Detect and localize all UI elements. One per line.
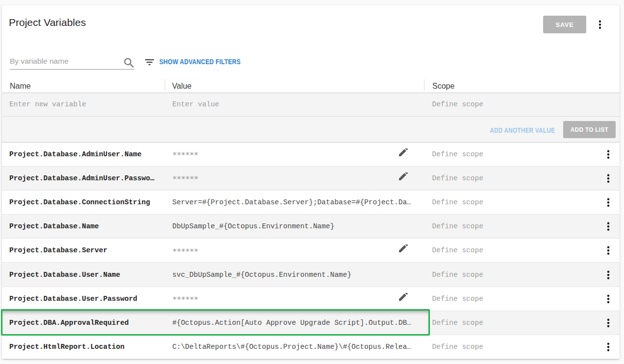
edit-value-button[interactable] — [398, 244, 409, 254]
row-menu-button[interactable] — [602, 269, 614, 281]
row-menu-button[interactable] — [602, 172, 614, 184]
column-header-name: Name — [10, 82, 31, 91]
kebab-menu-icon — [594, 19, 606, 30]
add-another-value-button[interactable]: ADD ANOTHER VALUE — [490, 126, 555, 134]
show-advanced-filters-label: SHOW ADVANCED FILTERS — [159, 58, 241, 66]
project-variables-card: Project Variables SAVE SHOW ADVANCED FIL… — [2, 5, 620, 359]
kebab-menu-icon — [602, 196, 614, 208]
variable-scope[interactable]: Define scope — [424, 271, 602, 279]
edit-value-button[interactable] — [398, 148, 409, 158]
variable-row[interactable]: Project.Database.Server ****** Define sc… — [2, 239, 620, 263]
variable-row[interactable]: Project.HtmlReport.Location C:\DeltaRepo… — [2, 335, 620, 359]
variable-row[interactable]: Project.Database.User.Name svc_DbUpSampl… — [2, 263, 620, 287]
variable-value: #{Octopus.Action[Auto Approve Upgrade Sc… — [173, 319, 424, 327]
new-variable-actions-row: ADD ANOTHER VALUE ADD TO LIST — [2, 117, 620, 143]
kebab-menu-icon — [602, 172, 614, 184]
kebab-menu-icon — [602, 148, 614, 160]
variable-scope[interactable]: Define scope — [424, 174, 602, 182]
kebab-menu-icon — [602, 244, 614, 256]
kebab-menu-icon — [602, 220, 614, 232]
pencil-icon — [398, 148, 409, 158]
row-menu-button[interactable] — [602, 317, 614, 329]
page-title: Project Variables — [9, 17, 86, 28]
overflow-menu-button[interactable] — [594, 19, 606, 30]
variable-name: Project.Database.AdminUser.Name — [2, 150, 165, 158]
variable-row[interactable]: Project.Database.User.Password ****** De… — [2, 287, 620, 311]
variable-value: DbUpSample_#{Octopus.Environment.Name} — [173, 222, 424, 230]
pencil-icon — [398, 293, 409, 302]
new-variable-scope-input[interactable]: Define scope — [424, 100, 620, 108]
variable-name: Project.HtmlReport.Location — [2, 343, 165, 351]
variable-row[interactable]: Project.DBA.ApprovalRequired #{Octopus.A… — [2, 311, 620, 335]
new-variable-value-input[interactable]: Enter value — [173, 100, 424, 108]
variable-row[interactable]: Project.Database.Name DbUpSample_#{Octop… — [2, 215, 620, 239]
column-divider — [165, 79, 165, 91]
variable-name: Project.Database.Server — [2, 246, 165, 254]
kebab-menu-icon — [602, 293, 614, 305]
variable-name: Project.Database.User.Name — [2, 271, 165, 279]
edit-value-button[interactable] — [398, 172, 409, 182]
row-menu-button[interactable] — [602, 220, 614, 232]
variable-name: Project.Database.User.Password — [2, 295, 165, 303]
variable-value: C:\DeltaReports\#{Octopus.Project.Name}\… — [173, 343, 424, 351]
variable-value: ****** — [173, 150, 398, 160]
variable-scope[interactable]: Define scope — [424, 198, 602, 206]
variable-value: ****** — [173, 247, 398, 256]
new-variable-name-input[interactable]: Enter new variable — [2, 100, 165, 108]
column-header-value: Value — [172, 82, 192, 91]
pencil-icon — [398, 172, 409, 182]
row-menu-button[interactable] — [602, 293, 614, 305]
variable-row[interactable]: Project.Database.ConnectionString Server… — [2, 191, 620, 215]
variable-row[interactable]: Project.Database.AdminUser.Name ****** D… — [2, 143, 620, 167]
table-header: Name Value Scope — [2, 76, 620, 93]
variable-value: ****** — [173, 295, 398, 304]
variable-row[interactable]: Project.Database.AdminUser.Passwo… *****… — [2, 167, 620, 191]
column-header-scope: Scope — [432, 82, 454, 91]
kebab-menu-icon — [602, 341, 614, 353]
kebab-menu-icon — [602, 269, 614, 281]
variable-value: ****** — [173, 174, 398, 184]
variable-value: Server=#{Project.Database.Server};Databa… — [173, 198, 424, 206]
variable-scope[interactable]: Define scope — [424, 222, 602, 230]
variable-scope[interactable]: Define scope — [424, 246, 602, 254]
variable-scope[interactable]: Define scope — [424, 343, 602, 351]
save-button[interactable]: SAVE — [543, 16, 586, 33]
row-menu-button[interactable] — [602, 196, 614, 208]
variable-name: Project.Database.AdminUser.Passwo… — [2, 174, 165, 182]
variable-name: Project.DBA.ApprovalRequired — [2, 319, 165, 327]
search-icon — [123, 56, 136, 70]
column-divider — [424, 79, 424, 91]
row-menu-button[interactable] — [602, 244, 614, 256]
variable-rows: Enter new variable Enter value Define sc… — [2, 93, 620, 359]
show-advanced-filters-button[interactable]: SHOW ADVANCED FILTERS — [144, 54, 253, 70]
kebab-menu-icon — [602, 317, 614, 329]
variable-scope[interactable]: Define scope — [424, 295, 602, 303]
variable-name: Project.Database.Name — [2, 222, 165, 230]
search-input[interactable] — [10, 54, 120, 69]
variable-search-field — [10, 54, 134, 70]
filter-list-icon — [144, 56, 155, 68]
edit-value-button[interactable] — [398, 293, 409, 302]
row-menu-button[interactable] — [602, 341, 614, 353]
variable-name: Project.Database.ConnectionString — [2, 198, 165, 206]
variable-scope[interactable]: Define scope — [424, 150, 602, 158]
add-to-list-button[interactable]: ADD TO LIST — [563, 121, 616, 138]
variable-scope[interactable]: Define scope — [424, 319, 602, 327]
row-menu-button[interactable] — [602, 148, 614, 160]
new-variable-row: Enter new variable Enter value Define sc… — [2, 93, 620, 117]
pencil-icon — [398, 244, 409, 254]
variable-value: svc_DbUpSample_#{Octopus.Environment.Nam… — [173, 271, 424, 279]
